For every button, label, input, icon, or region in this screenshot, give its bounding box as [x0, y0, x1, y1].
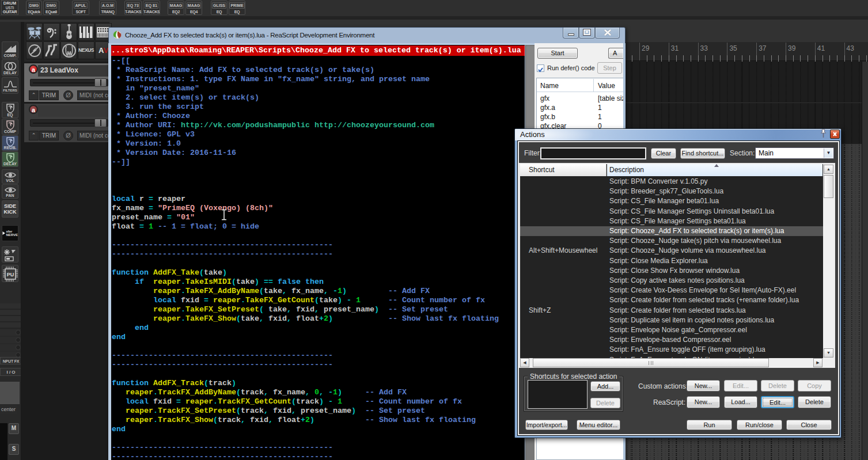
svg-text:PU: PU: [6, 272, 14, 277]
